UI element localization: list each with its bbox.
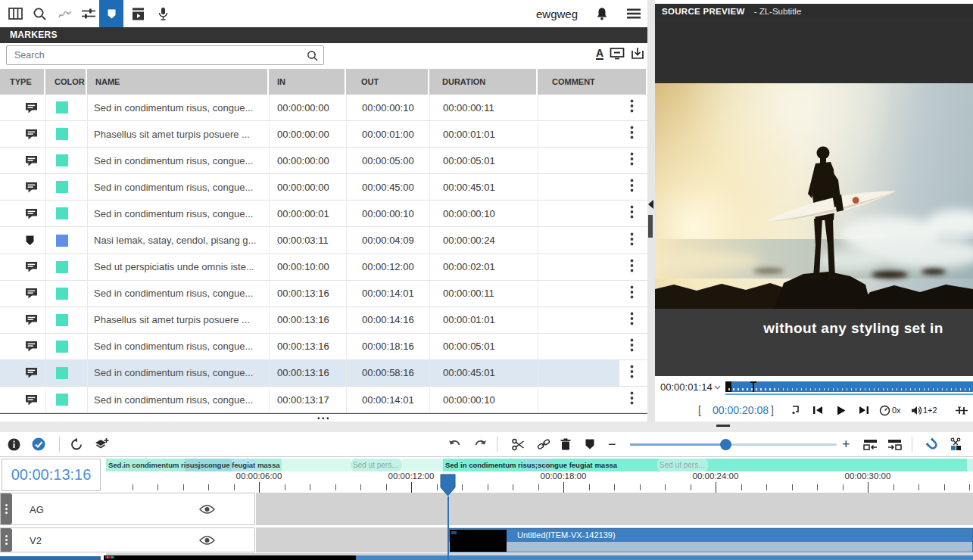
current-timecode[interactable]: 00:00:01:14 (660, 381, 713, 393)
playback-speed-icon[interactable]: 0x (879, 399, 901, 422)
row-menu[interactable] (619, 254, 647, 280)
approve-icon[interactable] (32, 432, 45, 456)
import-icon[interactable] (631, 47, 644, 60)
track-visibility-icon[interactable] (199, 535, 215, 545)
mark-in-bracket[interactable]: [ (698, 399, 701, 422)
row-menu[interactable] (619, 201, 647, 226)
audio-channels-icon[interactable]: 1+2 (911, 399, 937, 422)
subtitle-strip[interactable]: Sed.in condimentum risusjscongue feugiat… (106, 459, 973, 471)
row-menu[interactable] (619, 307, 647, 333)
notifications-icon[interactable] (596, 7, 608, 20)
track-header-v2[interactable]: V2 (0, 527, 255, 552)
search-tool-icon[interactable] (27, 0, 52, 27)
razor-icon[interactable] (950, 432, 963, 456)
horizontal-scrollbar-thumb[interactable] (0, 556, 101, 560)
row-menu[interactable] (619, 360, 647, 386)
column-header-comment[interactable]: COMMENT (538, 69, 647, 95)
duration-timecode[interactable]: 00:00:20:08 (713, 399, 769, 422)
marker-row[interactable]: Sed in condimentum risus, congue...00:00… (0, 281, 647, 307)
column-header-name[interactable]: NAME (87, 69, 269, 95)
panels-icon[interactable] (2, 0, 28, 27)
delete-icon[interactable] (560, 432, 571, 456)
kebab-icon[interactable] (630, 179, 634, 195)
kebab-icon[interactable] (630, 312, 634, 328)
goto-in-icon[interactable] (790, 399, 801, 422)
row-menu[interactable] (619, 121, 647, 147)
column-header-out[interactable]: OUT (346, 69, 429, 95)
marker-row[interactable]: Sed in condimentum risus, congue...00:00… (0, 334, 647, 360)
timeline-ruler[interactable]: Sed.in condimentum risusjscongue feugiat… (106, 457, 973, 493)
kebab-icon[interactable] (630, 285, 634, 302)
chevron-down-icon[interactable] (714, 385, 720, 391)
kebab-icon[interactable] (630, 232, 634, 249)
scrollbar-thumb[interactable] (648, 215, 653, 238)
timeline-current-timecode[interactable]: 00:00:13:16 (11, 466, 92, 484)
track-lane-v2[interactable]: Untitled(ITEM-VX-142139) (256, 527, 973, 552)
marker-row[interactable]: Phasellus sit amet turpis posuere ...00:… (0, 121, 647, 148)
resize-handle[interactable] (716, 425, 730, 427)
track-drag-handle[interactable] (1, 528, 12, 552)
settings-adjust-icon[interactable] (956, 399, 968, 422)
zoom-slider[interactable] (630, 443, 837, 446)
row-menu[interactable] (619, 174, 647, 200)
row-menu[interactable] (619, 281, 647, 306)
zoom-in-icon[interactable]: + (842, 432, 850, 456)
marker-row[interactable]: Sed ut perspiciatis unde omnis iste...00… (0, 254, 647, 281)
redo-icon[interactable] (474, 432, 487, 456)
microphone-icon[interactable] (150, 0, 176, 27)
search-input[interactable] (6, 45, 324, 65)
cut-icon[interactable] (512, 432, 525, 456)
snap-magnet-icon[interactable] (925, 432, 940, 456)
undo-icon[interactable] (448, 432, 461, 456)
marker-row[interactable]: Nasi lemak, satay, cendol, pisang g...00… (0, 227, 647, 254)
project-name[interactable]: ewgweg (536, 8, 578, 20)
playhead[interactable] (440, 474, 456, 496)
marker-row[interactable]: Sed in condimentum risus, congue...00:00… (0, 360, 647, 387)
kebab-icon[interactable] (630, 99, 634, 116)
resize-gutter[interactable] (0, 422, 973, 432)
row-menu[interactable] (619, 387, 647, 412)
menu-icon[interactable] (626, 8, 641, 20)
kebab-icon[interactable] (630, 259, 634, 275)
mark-out-bracket[interactable]: ] (771, 399, 774, 422)
kebab-icon[interactable] (630, 152, 634, 169)
marker-row[interactable]: Sed in condimentum risus, congue...00:00… (0, 174, 647, 201)
markers-tool-icon[interactable] (99, 0, 123, 27)
previous-frame-icon[interactable] (812, 399, 823, 422)
route-tool-icon[interactable] (52, 0, 78, 27)
add-layer-icon[interactable] (94, 432, 109, 456)
next-frame-icon[interactable] (859, 399, 869, 422)
kebab-icon[interactable] (630, 126, 634, 142)
column-header-type[interactable]: TYPE (0, 69, 45, 95)
scrubber-playhead[interactable] (725, 381, 731, 392)
marker-row[interactable]: Sed in condimentum risus, congue...00:00… (0, 95, 647, 121)
column-header-color[interactable]: COLOR (45, 69, 87, 95)
insert-icon[interactable] (863, 432, 878, 456)
refresh-icon[interactable] (70, 432, 83, 456)
play-icon[interactable] (837, 399, 846, 422)
preview-scrubber[interactable] (725, 381, 973, 392)
video-viewport[interactable]: without any styling set in (655, 18, 973, 376)
kebab-icon[interactable] (630, 205, 634, 222)
collapse-panel-icon[interactable] (648, 200, 653, 209)
row-menu[interactable] (619, 95, 647, 120)
add-marker-icon[interactable] (585, 432, 595, 456)
row-menu[interactable] (619, 334, 647, 359)
column-header-in[interactable]: IN (269, 69, 346, 95)
column-header-duration[interactable]: DURATION (429, 69, 538, 95)
display-subtitle-icon[interactable] (610, 47, 625, 60)
timeline-clip[interactable]: Untitled(ITEM-VX-142139) (448, 528, 973, 552)
kebab-icon[interactable] (630, 338, 634, 355)
info-icon[interactable] (8, 432, 20, 456)
export-tool-icon[interactable] (125, 0, 151, 27)
kebab-icon[interactable] (630, 391, 634, 408)
track-header-ag[interactable]: AG (0, 493, 255, 525)
track-visibility-icon[interactable] (199, 504, 215, 514)
search-input-field[interactable] (14, 46, 295, 64)
zoom-slider-knob[interactable] (720, 439, 731, 450)
adjust-tool-icon[interactable] (76, 0, 101, 27)
marker-row[interactable]: Sed in condimentum risus, congue...00:00… (0, 148, 647, 174)
text-style-icon[interactable]: A (596, 48, 603, 60)
track-drag-handle[interactable] (1, 493, 12, 524)
row-menu[interactable] (619, 227, 647, 253)
